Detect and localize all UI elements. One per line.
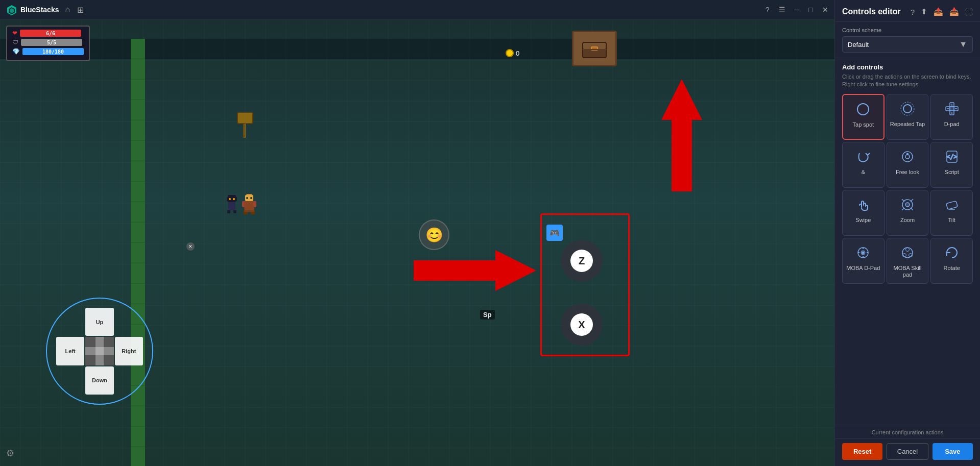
control-scheme-section: Control scheme Default ▼ xyxy=(835,22,980,58)
tap-spot-svg xyxy=(855,102,871,117)
sign-icon xyxy=(230,112,260,138)
emoji-button[interactable]: 😊 xyxy=(419,219,449,250)
expand-icon[interactable]: ⛶ xyxy=(965,8,973,16)
controller-icon[interactable]: 🎮 xyxy=(546,225,563,241)
svg-rect-14 xyxy=(227,197,229,201)
menu-icon[interactable]: ☰ xyxy=(779,6,785,14)
svg-line-51 xyxy=(911,208,913,210)
scheme-selector[interactable]: Default ▼ xyxy=(842,36,973,53)
panel-header-icons: ? ⬆ 📤 📥 ⛶ xyxy=(911,7,973,16)
close-small-button[interactable]: ✕ xyxy=(186,242,195,251)
zoom-icon xyxy=(898,195,917,214)
control-moba-skill[interactable]: MOBA Skill pad xyxy=(887,238,929,284)
save-button[interactable]: Save xyxy=(933,443,973,460)
upload-icon[interactable]: ⬆ xyxy=(921,7,927,16)
svg-point-24 xyxy=(250,197,252,199)
cancel-button[interactable]: Cancel xyxy=(887,443,928,460)
tilt-icon xyxy=(943,195,961,214)
svg-text:</>: </> xyxy=(946,153,958,160)
control-tilt[interactable]: Tilt xyxy=(930,190,973,236)
chevron-down-icon: ▼ xyxy=(959,40,967,49)
dpad-up[interactable]: Up xyxy=(85,308,113,336)
control-rotate[interactable]: Rotate xyxy=(930,238,973,284)
reset-button[interactable]: Reset xyxy=(842,443,882,460)
home-icon[interactable]: ⌂ xyxy=(65,5,70,14)
minimize-icon[interactable]: ─ xyxy=(795,6,800,14)
zoom-label: Zoom xyxy=(900,217,915,224)
moba-skill-label: MOBA Skill pad xyxy=(890,265,925,278)
repeated-tap-label: Repeated Tap xyxy=(890,121,925,128)
coin-icon xyxy=(506,49,514,57)
game-button-z-container[interactable]: Z xyxy=(561,240,603,282)
rotate-label: Rotate xyxy=(943,265,960,272)
tap-spot-label: Tap spot xyxy=(853,121,874,128)
stats-overlay: ❤ 6/6 🛡 5/5 💎 180/180 xyxy=(6,26,90,61)
svg-point-35 xyxy=(901,102,914,115)
control-moba-dpad[interactable]: MOBA D-Pad xyxy=(842,238,885,284)
settings-gear[interactable]: ⚙ xyxy=(6,448,18,460)
control-zoom[interactable]: Zoom xyxy=(887,190,929,236)
grid-icon[interactable]: ⊞ xyxy=(77,5,84,15)
scheme-row: Default ▼ xyxy=(842,36,973,53)
svg-rect-15 xyxy=(235,197,237,201)
export-icon[interactable]: 📤 xyxy=(934,7,943,16)
control-swipe[interactable]: Swipe xyxy=(842,190,885,236)
dpad-down[interactable]: Down xyxy=(85,366,113,395)
moba-skill-icon xyxy=(898,243,917,262)
config-actions-label: Current configuration actions xyxy=(835,425,980,438)
control-script[interactable]: </> Script xyxy=(930,142,973,188)
control-repeated-tap[interactable]: Repeated Tap xyxy=(887,94,929,140)
game-button-z: Z xyxy=(570,250,593,272)
mp-value: 5/5 xyxy=(21,39,82,46)
cat-character xyxy=(225,194,239,213)
swipe-label: Swipe xyxy=(855,217,871,224)
svg-rect-10 xyxy=(237,112,253,124)
sp-label: Sp xyxy=(480,310,495,320)
game-sign xyxy=(230,112,260,140)
dpad-right[interactable]: Right xyxy=(115,337,143,365)
control-swipe-a[interactable]: & xyxy=(842,142,885,188)
game-button-x-container[interactable]: X xyxy=(561,304,603,346)
dpad-svg xyxy=(944,101,960,116)
dpad-container: Up Left Right Down xyxy=(46,298,153,405)
help-panel-icon[interactable]: ? xyxy=(911,8,915,16)
svg-point-56 xyxy=(862,252,864,254)
help-icon[interactable]: ? xyxy=(766,6,770,14)
dpad-inner: Up Left Right Down xyxy=(56,308,143,395)
scheme-name: Default xyxy=(848,41,869,48)
close-icon[interactable]: ✕ xyxy=(822,6,828,14)
dpad-center xyxy=(85,337,113,365)
panel-title: Controls editor xyxy=(842,7,901,16)
dpad-left[interactable]: Left xyxy=(56,337,84,365)
swipe-a-label: & xyxy=(862,169,865,176)
svg-point-16 xyxy=(229,198,231,200)
svg-line-48 xyxy=(902,199,904,202)
svg-point-43 xyxy=(906,153,908,155)
panel-header: Controls editor ? ⬆ 📤 📥 ⛶ xyxy=(835,0,980,22)
svg-rect-40 xyxy=(950,107,954,111)
bluestacks-icon xyxy=(6,4,17,15)
mp-row: 🛡 5/5 xyxy=(12,39,84,46)
bluestacks-logo: BlueStacks xyxy=(6,4,59,15)
import-icon[interactable]: 📥 xyxy=(949,7,959,16)
svg-line-49 xyxy=(911,199,913,202)
swipe-icon xyxy=(854,195,872,214)
script-svg: </> xyxy=(944,149,960,164)
svg-rect-18 xyxy=(228,202,235,210)
top-bar-nav: ⌂ ⊞ xyxy=(65,5,84,15)
swipe-a-icon xyxy=(854,148,872,166)
svg-rect-52 xyxy=(946,201,957,209)
game-characters xyxy=(225,194,257,216)
maximize-icon[interactable]: □ xyxy=(809,6,813,14)
inventory-chest[interactable] xyxy=(572,31,617,66)
top-bar: BlueStacks ⌂ ⊞ ? ☰ ─ □ ✕ xyxy=(0,0,834,19)
control-tap-spot[interactable]: Tap spot xyxy=(842,94,885,140)
control-free-look[interactable]: Free look xyxy=(887,142,929,188)
control-dpad[interactable]: D-pad xyxy=(930,94,973,140)
dpad-corner-tr xyxy=(115,308,143,336)
sp-row: 💎 180/180 xyxy=(12,48,84,55)
svg-point-23 xyxy=(246,197,248,199)
free-look-icon xyxy=(898,148,917,166)
panel-footer: Reset Cancel Save xyxy=(835,438,980,466)
add-controls-desc: Click or drag the actions on the screen … xyxy=(842,73,973,89)
